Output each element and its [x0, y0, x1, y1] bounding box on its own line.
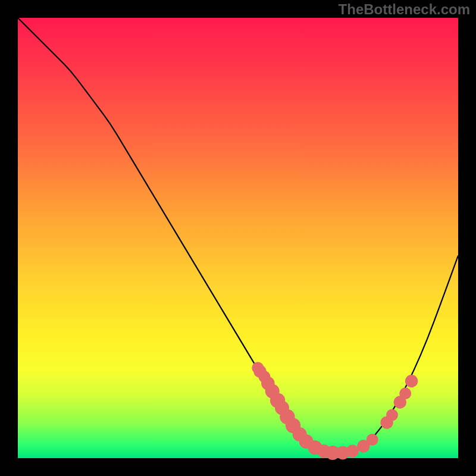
data-marker [399, 387, 411, 399]
watermark-text: TheBottleneck.com [339, 1, 470, 18]
data-marker [386, 409, 398, 421]
bottleneck-curve [18, 18, 458, 454]
curve-layer [18, 18, 458, 458]
data-markers-group [252, 362, 418, 460]
data-marker [367, 434, 378, 446]
data-marker [405, 375, 418, 387]
chart-container: TheBottleneck.com [0, 0, 476, 476]
data-marker [346, 445, 359, 458]
